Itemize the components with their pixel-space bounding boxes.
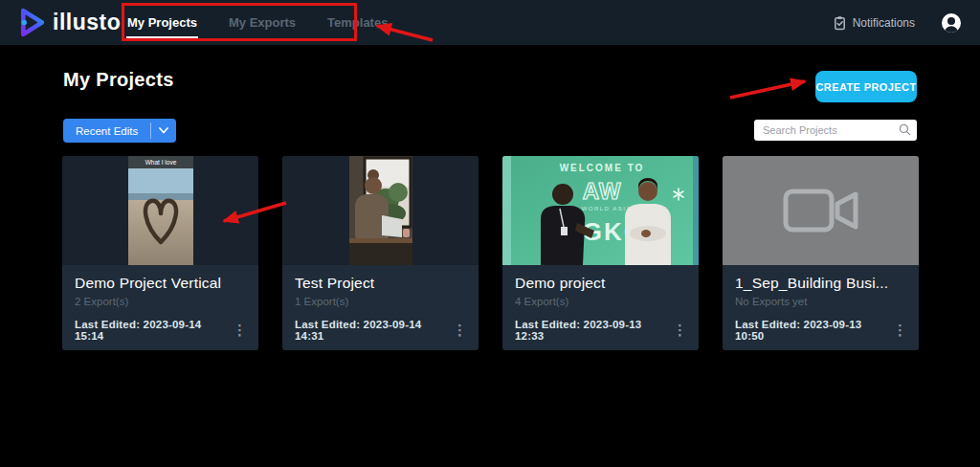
- notifications-label: Notifications: [853, 16, 915, 30]
- project-card-footer: Last Edited: 2023-09-13 10:50 ⋮: [735, 319, 913, 342]
- annotation-arrow-create-project: [730, 81, 805, 98]
- project-exports: 4 Export(s): [515, 296, 687, 307]
- project-title: Demo Project Vertical: [75, 275, 247, 292]
- search-input[interactable]: [754, 120, 917, 141]
- top-navbar: illusto My Projects My Exports Templates…: [0, 0, 980, 45]
- kebab-menu-icon[interactable]: ⋮: [227, 323, 253, 337]
- project-last-edited: Last Edited: 2023-09-13 10:50: [735, 319, 887, 342]
- sort-filter-button[interactable]: Recent Edits: [63, 119, 176, 143]
- user-avatar[interactable]: [940, 11, 963, 34]
- tab-my-projects[interactable]: My Projects: [127, 0, 197, 45]
- project-card-1-sep-building[interactable]: 1_Sep_Building Busi... No Exports yet La…: [723, 156, 919, 350]
- illusto-logo-icon: [13, 5, 49, 40]
- project-last-edited: Last Edited: 2023-09-13 12:33: [515, 319, 667, 342]
- woman-at-desk-thumbnail-image: [349, 156, 412, 265]
- project-exports: 1 Export(s): [295, 296, 467, 307]
- brand-logo[interactable]: illusto: [13, 5, 121, 40]
- project-thumbnail[interactable]: What I love: [62, 156, 258, 265]
- projects-grid: What I love Demo Project Vertical 2 Expo…: [62, 156, 919, 350]
- project-thumbnail[interactable]: [282, 156, 479, 265]
- create-project-button[interactable]: CREATE PROJECT: [815, 71, 917, 102]
- project-card-footer: Last Edited: 2023-09-14 14:31 ⋮: [295, 319, 473, 342]
- thumbnail-welcome-text: WELCOME TO: [560, 163, 645, 173]
- project-last-edited: Last Edited: 2023-09-14 14:31: [295, 319, 447, 342]
- project-card-demo-project[interactable]: WELCOME TO AW IATE WORLD ASIA 20 NGKO: [502, 156, 699, 350]
- brand-wordmark: illusto: [53, 10, 121, 35]
- chevron-down-icon[interactable]: [151, 119, 176, 143]
- project-thumbnail[interactable]: WELCOME TO AW IATE WORLD ASIA 20 NGKO: [502, 156, 699, 265]
- project-card-info: Demo Project Vertical 2 Export(s) Last E…: [62, 265, 258, 350]
- page-title: My Projects: [63, 69, 174, 91]
- thumbnail-caption: What I love: [145, 159, 176, 166]
- video-placeholder-thumbnail: [723, 156, 919, 265]
- thumbnail-logo-text: AW: [583, 178, 622, 204]
- project-exports: 2 Export(s): [75, 296, 247, 307]
- project-title: Demo project: [515, 275, 687, 292]
- project-card-info: 1_Sep_Building Busi... No Exports yet La…: [723, 265, 919, 350]
- tab-my-exports[interactable]: My Exports: [229, 0, 296, 45]
- conference-interview-thumbnail-image: WELCOME TO AW IATE WORLD ASIA 20 NGKO: [502, 156, 699, 265]
- search-projects-box: [754, 120, 917, 141]
- project-thumbnail[interactable]: [723, 156, 919, 265]
- kebab-menu-icon[interactable]: ⋮: [447, 323, 473, 337]
- project-title: Test Project: [295, 275, 467, 292]
- kebab-menu-icon[interactable]: ⋮: [667, 323, 693, 337]
- beach-heart-thumbnail-image: What I love: [128, 156, 193, 265]
- primary-tabs: My Projects My Exports Templates: [127, 0, 388, 45]
- project-last-edited: Last Edited: 2023-09-14 15:14: [75, 319, 227, 342]
- navbar-right: Notifications: [833, 0, 963, 45]
- project-card-footer: Last Edited: 2023-09-13 12:33 ⋮: [515, 319, 693, 342]
- kebab-menu-icon[interactable]: ⋮: [887, 323, 913, 337]
- search-icon: [899, 123, 911, 136]
- project-card-footer: Last Edited: 2023-09-14 15:14 ⋮: [75, 319, 253, 342]
- project-card-demo-project-vertical[interactable]: What I love Demo Project Vertical 2 Expo…: [62, 156, 258, 350]
- project-exports: No Exports yet: [735, 296, 907, 307]
- project-card-info: Demo project 4 Export(s) Last Edited: 20…: [502, 265, 699, 350]
- notifications-button[interactable]: Notifications: [833, 15, 915, 31]
- clipboard-check-icon: [833, 15, 847, 31]
- project-title: 1_Sep_Building Busi...: [735, 275, 907, 292]
- tab-templates[interactable]: Templates: [327, 0, 388, 45]
- project-card-test-project[interactable]: Test Project 1 Export(s) Last Edited: 20…: [282, 156, 479, 350]
- project-card-info: Test Project 1 Export(s) Last Edited: 20…: [282, 265, 479, 350]
- sort-filter-label: Recent Edits: [63, 119, 150, 143]
- app-screen: illusto My Projects My Exports Templates…: [0, 0, 980, 467]
